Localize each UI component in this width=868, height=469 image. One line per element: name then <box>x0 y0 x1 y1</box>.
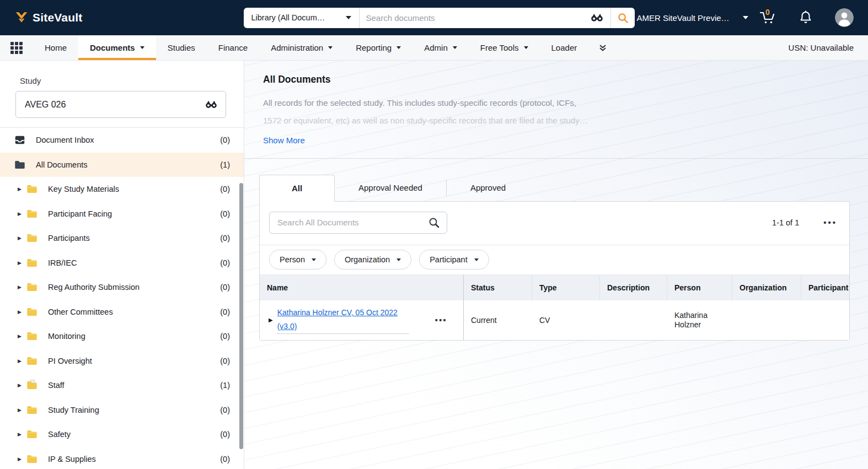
tree-item-study-training[interactable]: ▶ Study Training (0) <box>0 398 244 423</box>
cart-icon[interactable]: 0 <box>759 10 776 25</box>
tree-item-pi-oversight[interactable]: ▶ PI Oversight (0) <box>0 349 244 374</box>
search-icon[interactable] <box>611 8 635 28</box>
nav-item-loader[interactable]: Loader <box>540 35 589 60</box>
expand-caret-icon[interactable]: ▶ <box>18 333 25 339</box>
item-count: (0) <box>220 332 230 341</box>
vault-select[interactable]: AMER SiteVault Previe… <box>637 13 748 23</box>
tab-all[interactable]: All <box>259 175 335 202</box>
panel-search-box <box>269 212 447 234</box>
expand-caret-icon[interactable]: ▶ <box>18 382 25 388</box>
tree-item-all-documents[interactable]: All Documents (1) <box>0 153 244 177</box>
tree-item-ip-supplies[interactable]: ▶ IP & Supplies (0) <box>0 447 244 469</box>
global-search-bar: Library (All Docum… <box>244 8 635 28</box>
nav-item-administration[interactable]: Administration <box>259 35 344 60</box>
nav-item-finance[interactable]: Finance <box>207 35 259 60</box>
expand-caret-icon[interactable]: ▶ <box>18 211 25 217</box>
tree-item-document-inbox[interactable]: Document Inbox (0) <box>0 128 244 153</box>
cell-organization <box>732 300 801 340</box>
filter-participant[interactable]: Participant <box>419 250 489 269</box>
expand-caret-icon[interactable]: ▶ <box>18 309 25 315</box>
nav-item-studies[interactable]: Studies <box>156 35 207 60</box>
binoculars-icon[interactable] <box>583 8 610 28</box>
app-launcher-button[interactable] <box>0 35 33 60</box>
folder-icon <box>25 281 40 293</box>
column-header-type[interactable]: Type <box>532 275 600 300</box>
documents-search-input[interactable] <box>276 217 428 228</box>
nav-item-documents[interactable]: Documents <box>78 35 156 60</box>
sidebar: Study <box>0 61 244 469</box>
folder-icon <box>25 428 40 440</box>
nav-item-admin[interactable]: Admin <box>412 35 469 60</box>
column-header-description[interactable]: Description <box>600 275 667 300</box>
expand-caret-icon[interactable]: ▶ <box>18 358 25 364</box>
tab-approval-needed[interactable]: Approval Needed <box>335 175 446 201</box>
tree-item-monitoring[interactable]: ▶ Monitoring (0) <box>0 324 244 349</box>
avatar[interactable] <box>835 8 854 27</box>
study-input-wrap <box>15 91 226 118</box>
grid-icon <box>10 42 23 54</box>
ellipsis-icon[interactable]: ••• <box>823 218 837 227</box>
expand-caret-icon[interactable]: ▶ <box>18 235 25 241</box>
panel-toolbar: 1-1 of 1 ••• <box>260 202 849 245</box>
column-header-participant[interactable]: Participant <box>801 275 849 300</box>
tree-item-staff[interactable]: ▶ Staff (1) <box>0 373 244 398</box>
document-tree: Document Inbox (0) All Documents (1) ▶ <box>0 127 244 469</box>
cell-description <box>600 300 667 340</box>
column-header-name[interactable]: Name <box>260 275 464 300</box>
expand-caret-icon[interactable]: ▶ <box>18 456 25 462</box>
nav-item-free-tools[interactable]: Free Tools <box>469 35 540 60</box>
folder-icon <box>25 306 40 318</box>
bell-icon[interactable] <box>799 10 813 25</box>
caret-down-icon <box>312 258 316 261</box>
column-header-person[interactable]: Person <box>667 275 732 300</box>
search-scope-value: Library (All Docum… <box>251 13 325 22</box>
table-row: ▶ Katharina Holzner CV, 05 Oct 2022 (v3.… <box>260 300 849 340</box>
column-header-organization[interactable]: Organization <box>732 275 801 300</box>
brand-logo[interactable]: SiteVault <box>14 10 83 25</box>
ellipsis-icon[interactable]: ••• <box>435 316 447 325</box>
tree-item-reg-authority-submission[interactable]: ▶ Reg Authority Submission (0) <box>0 275 244 300</box>
expand-caret-icon[interactable]: ▶ <box>18 186 25 192</box>
binoculars-icon[interactable] <box>205 100 218 109</box>
filter-person[interactable]: Person <box>269 250 326 269</box>
page-title: All Documents <box>263 74 868 85</box>
folder-icon <box>25 257 40 269</box>
tree-item-participant-facing[interactable]: ▶ Participant Facing (0) <box>0 202 244 227</box>
expand-caret-icon[interactable]: ▶ <box>18 407 25 413</box>
tree-item-safety[interactable]: ▶ Safety (0) <box>0 422 244 447</box>
caret-down-icon <box>397 46 401 49</box>
tree-item-key-study-materials[interactable]: ▶ Key Study Materials (0) <box>0 177 244 202</box>
folder-icon <box>25 183 40 195</box>
item-count: (0) <box>220 406 230 414</box>
expand-caret-icon[interactable]: ▶ <box>18 432 25 437</box>
nav-item-home[interactable]: Home <box>33 35 78 60</box>
folder-dark-icon <box>13 159 28 171</box>
double-chevron-down-icon[interactable] <box>588 35 617 60</box>
global-search-input[interactable] <box>360 13 583 23</box>
item-count: (0) <box>220 258 230 267</box>
document-link[interactable]: Katharina Holzner CV, 05 Oct 2022 (v3.0) <box>277 306 409 334</box>
top-header: SiteVault Library (All Docum… <box>0 0 868 35</box>
show-more-link[interactable]: Show More <box>263 136 305 145</box>
nav-item-reporting[interactable]: Reporting <box>344 35 412 60</box>
study-input[interactable] <box>24 99 205 110</box>
expand-caret-icon[interactable]: ▶ <box>18 260 25 266</box>
cell-participant <box>801 300 849 340</box>
study-label: Study <box>20 76 226 85</box>
tab-approved[interactable]: Approved <box>447 175 529 201</box>
usn-status: USN: Unavailable <box>789 35 868 60</box>
app-window: SiteVault Library (All Docum… <box>0 0 868 469</box>
sidebar-scrollbar[interactable] <box>239 183 243 449</box>
search-scope-select[interactable]: Library (All Docum… <box>244 8 360 28</box>
filter-organization[interactable]: Organization <box>334 250 411 269</box>
tree-item-irb-iec[interactable]: ▶ IRB/IEC (0) <box>0 251 244 276</box>
documents-panel: 1-1 of 1 ••• Person Organization Partici… <box>259 201 850 341</box>
tree-item-other-committees[interactable]: ▶ Other Committees (0) <box>0 300 244 325</box>
item-count: (0) <box>220 234 230 242</box>
tree-item-participants[interactable]: ▶ Participants (0) <box>0 226 244 251</box>
expand-caret-icon[interactable]: ▶ <box>269 317 273 323</box>
caret-down-icon <box>397 258 401 261</box>
expand-caret-icon[interactable]: ▶ <box>18 284 25 290</box>
magnifier-icon[interactable] <box>428 217 440 229</box>
column-header-status[interactable]: Status <box>464 275 532 300</box>
